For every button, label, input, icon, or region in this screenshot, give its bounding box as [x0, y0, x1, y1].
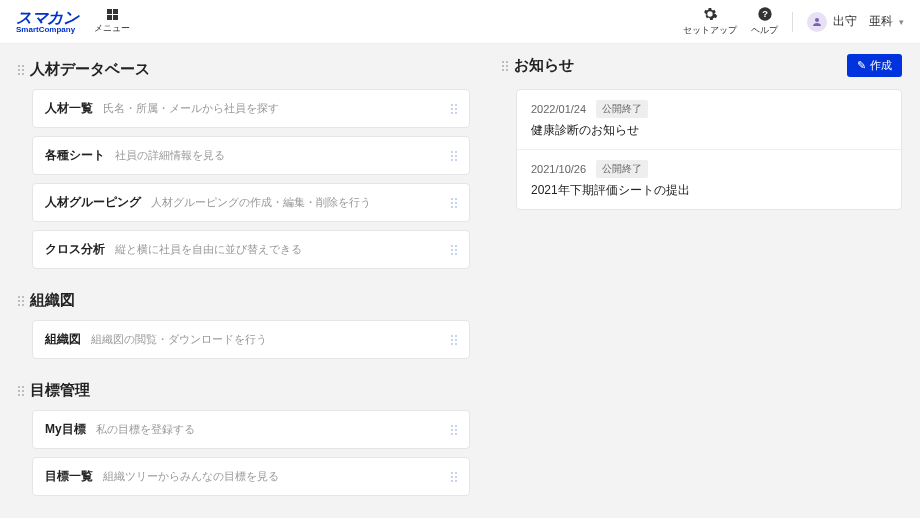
gear-icon	[702, 6, 718, 22]
card-desc: 縦と横に社員を自由に並び替えできる	[115, 242, 302, 257]
card-list: 組織図 組織図の閲覧・ダウンロードを行う	[32, 320, 470, 359]
card-text: クロス分析 縦と横に社員を自由に並び替えできる	[45, 241, 302, 258]
drag-handle-icon[interactable]	[502, 61, 508, 71]
section-goals: 目標管理 My目標 私の目標を登録する 目標一覧 組織ツリーからみんなの目標を見…	[18, 381, 470, 496]
card-cross-analysis[interactable]: クロス分析 縦と横に社員を自由に並び替えできる	[32, 230, 470, 269]
left-column: 人材データベース 人材一覧 氏名・所属・メールから社員を探す 各種シート 社員の…	[18, 54, 470, 518]
card-text: 人材一覧 氏名・所属・メールから社員を探す	[45, 100, 279, 117]
card-goal-list[interactable]: 目標一覧 組織ツリーからみんなの目標を見る	[32, 457, 470, 496]
card-hr-list[interactable]: 人材一覧 氏名・所属・メールから社員を探す	[32, 89, 470, 128]
card-title: 人材一覧	[45, 100, 93, 117]
logo[interactable]: スマカン SmartCompany	[16, 10, 78, 34]
create-label: 作成	[870, 58, 892, 73]
user-menu[interactable]: 出守 亜科 ▾	[807, 12, 904, 32]
setup-label: セットアップ	[683, 24, 737, 37]
notice-date: 2021/10/26	[531, 163, 586, 175]
notice-item[interactable]: 2021/10/26 公開終了 2021年下期評価シートの提出	[517, 150, 901, 209]
drag-handle-icon[interactable]	[18, 65, 24, 75]
drag-handle-icon[interactable]	[451, 198, 457, 208]
card-title: 組織図	[45, 331, 81, 348]
card-text: 目標一覧 組織ツリーからみんなの目標を見る	[45, 468, 279, 485]
card-text: 組織図 組織図の閲覧・ダウンロードを行う	[45, 331, 267, 348]
help-button[interactable]: ? ヘルプ	[751, 6, 778, 37]
card-title: My目標	[45, 421, 86, 438]
person-icon	[811, 16, 823, 28]
card-list: My目標 私の目標を登録する 目標一覧 組織ツリーからみんなの目標を見る	[32, 410, 470, 496]
notice-text: 2021年下期評価シートの提出	[531, 182, 887, 199]
setup-button[interactable]: セットアップ	[683, 6, 737, 37]
logo-main: スマカン	[16, 10, 78, 26]
section-title-row: 目標管理	[18, 381, 470, 400]
card-list: 人材一覧 氏名・所属・メールから社員を探す 各種シート 社員の詳細情報を見る 人…	[32, 89, 470, 269]
avatar	[807, 12, 827, 32]
notice-title: お知らせ	[514, 56, 574, 75]
card-text: My目標 私の目標を登録する	[45, 421, 195, 438]
status-badge: 公開終了	[596, 160, 648, 178]
main-content: 人材データベース 人材一覧 氏名・所属・メールから社員を探す 各種シート 社員の…	[0, 44, 920, 518]
drag-handle-icon[interactable]	[451, 335, 457, 345]
chevron-down-icon: ▾	[899, 17, 904, 27]
status-badge: 公開終了	[596, 100, 648, 118]
card-desc: 氏名・所属・メールから社員を探す	[103, 101, 279, 116]
section-title: 組織図	[30, 291, 75, 310]
svg-point-2	[815, 18, 819, 22]
divider	[792, 12, 793, 32]
pencil-icon: ✎	[857, 59, 866, 72]
create-button[interactable]: ✎ 作成	[847, 54, 902, 77]
card-org-chart[interactable]: 組織図 組織図の閲覧・ダウンロードを行う	[32, 320, 470, 359]
drag-handle-icon[interactable]	[451, 425, 457, 435]
notice-list: 2022/01/24 公開終了 健康診断のお知らせ 2021/10/26 公開終…	[516, 89, 902, 210]
card-title: 目標一覧	[45, 468, 93, 485]
notice-header: お知らせ ✎ 作成	[502, 54, 902, 77]
card-title: 人材グルーピング	[45, 194, 141, 211]
drag-handle-icon[interactable]	[18, 386, 24, 396]
card-sheets[interactable]: 各種シート 社員の詳細情報を見る	[32, 136, 470, 175]
section-org: 組織図 組織図 組織図の閲覧・ダウンロードを行う	[18, 291, 470, 359]
notice-item[interactable]: 2022/01/24 公開終了 健康診断のお知らせ	[517, 90, 901, 150]
help-icon: ?	[757, 6, 773, 22]
help-label: ヘルプ	[751, 24, 778, 37]
right-column: お知らせ ✎ 作成 2022/01/24 公開終了 健康診断のお知らせ 2021…	[502, 54, 902, 518]
drag-handle-icon[interactable]	[451, 472, 457, 482]
card-text: 各種シート 社員の詳細情報を見る	[45, 147, 225, 164]
card-desc: 組織ツリーからみんなの目標を見る	[103, 469, 279, 484]
notice-title-wrap: お知らせ	[502, 56, 574, 75]
card-desc: 社員の詳細情報を見る	[115, 148, 225, 163]
card-desc: 私の目標を登録する	[96, 422, 195, 437]
section-title-row: 組織図	[18, 291, 470, 310]
card-grouping[interactable]: 人材グルーピング 人材グルーピングの作成・編集・削除を行う	[32, 183, 470, 222]
grid-icon	[107, 9, 118, 20]
notice-date: 2022/01/24	[531, 103, 586, 115]
section-title: 人材データベース	[30, 60, 150, 79]
drag-handle-icon[interactable]	[451, 245, 457, 255]
header-right: セットアップ ? ヘルプ 出守 亜科 ▾	[683, 6, 904, 37]
card-text: 人材グルーピング 人材グルーピングの作成・編集・削除を行う	[45, 194, 371, 211]
notice-meta: 2022/01/24 公開終了	[531, 100, 887, 118]
menu-button[interactable]: メニュー	[94, 9, 130, 35]
card-my-goals[interactable]: My目標 私の目標を登録する	[32, 410, 470, 449]
section-title: 目標管理	[30, 381, 90, 400]
card-title: クロス分析	[45, 241, 105, 258]
user-name: 出守 亜科	[833, 13, 893, 30]
drag-handle-icon[interactable]	[18, 296, 24, 306]
card-desc: 組織図の閲覧・ダウンロードを行う	[91, 332, 267, 347]
notice-text: 健康診断のお知らせ	[531, 122, 887, 139]
drag-handle-icon[interactable]	[451, 151, 457, 161]
app-header: スマカン SmartCompany メニュー セットアップ ? ヘルプ	[0, 0, 920, 44]
menu-label: メニュー	[94, 22, 130, 35]
card-desc: 人材グルーピングの作成・編集・削除を行う	[151, 195, 371, 210]
drag-handle-icon[interactable]	[451, 104, 457, 114]
card-title: 各種シート	[45, 147, 105, 164]
section-hr-db: 人材データベース 人材一覧 氏名・所属・メールから社員を探す 各種シート 社員の…	[18, 60, 470, 269]
logo-sub: SmartCompany	[16, 26, 75, 34]
svg-text:?: ?	[762, 9, 768, 19]
header-left: スマカン SmartCompany メニュー	[16, 9, 130, 35]
section-title-row: 人材データベース	[18, 60, 470, 79]
notice-meta: 2021/10/26 公開終了	[531, 160, 887, 178]
